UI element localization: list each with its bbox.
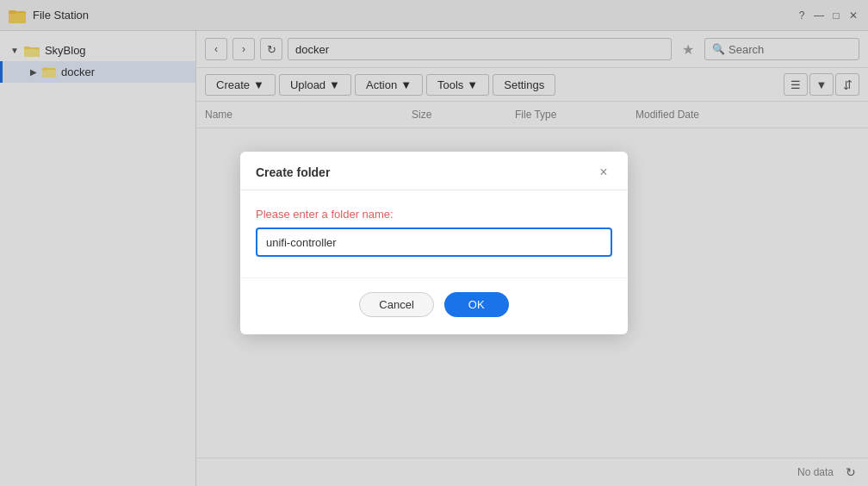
folder-name-input[interactable] — [256, 227, 612, 257]
dialog-overlay: Create folder × Please enter a folder na… — [0, 0, 868, 486]
ok-button[interactable]: OK — [444, 292, 509, 317]
dialog-close-button[interactable]: × — [595, 164, 612, 181]
cancel-button[interactable]: Cancel — [359, 292, 433, 317]
dialog-title: Create folder — [256, 165, 330, 179]
dialog-footer: Cancel OK — [240, 277, 628, 334]
dialog-body: Please enter a folder name: — [240, 190, 628, 277]
dialog-label: Please enter a folder name: — [256, 208, 612, 221]
create-folder-dialog: Create folder × Please enter a folder na… — [240, 152, 628, 334]
dialog-header: Create folder × — [240, 152, 628, 190]
